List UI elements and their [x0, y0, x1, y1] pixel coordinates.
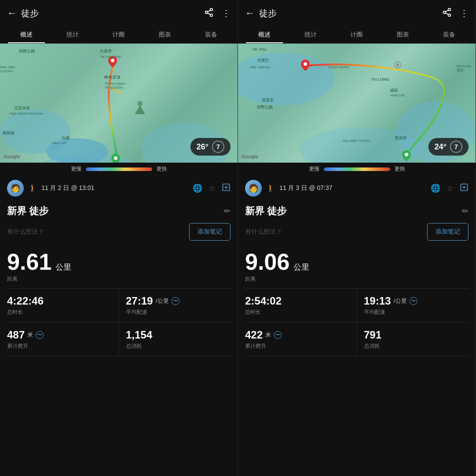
right-elevation-unit: 米	[265, 331, 271, 339]
right-map-pak-tam-au-cn: 北潭巴	[257, 58, 269, 63]
left-calories-value: 1,154	[126, 329, 152, 341]
left-panel: ← 徒步 ⋮ 概述 统计 计圈 图表 装备	[0, 0, 238, 476]
left-speed-slower: 更慢	[71, 165, 82, 173]
right-header: ← 徒步 ⋮	[238, 0, 476, 26]
right-stat-pace: 19:13 /公里 〜 平均配速	[357, 289, 469, 323]
right-activity-icon: 🚶	[266, 184, 275, 193]
map-label-bai-la: 白腊	[62, 135, 70, 141]
right-avatar: 🧑	[245, 180, 262, 197]
svg-line-20	[446, 13, 448, 15]
right-add-note-button[interactable]: 添加笔记	[427, 223, 469, 241]
left-stat-duration: 4:22:46 总时长	[7, 289, 119, 323]
right-share-icon[interactable]	[442, 7, 452, 19]
svg-point-2	[210, 14, 213, 16]
left-distance-label: 距离	[7, 275, 231, 283]
left-star-icon[interactable]: ☆	[208, 183, 216, 193]
right-map-xian-tian: 咸田	[390, 88, 398, 93]
svg-point-19	[448, 14, 451, 16]
right-tabs: 概述 统计 计圈 图表 装备	[238, 26, 476, 44]
right-speed-faster: 更快	[394, 165, 405, 173]
svg-point-26	[304, 62, 307, 66]
left-distance-value: 9.61	[7, 249, 52, 275]
svg-point-17	[448, 8, 451, 11]
right-back-button[interactable]: ←	[245, 7, 255, 19]
right-distance-unit: 公里	[294, 263, 309, 271]
left-pace-label: 平均配速	[126, 309, 231, 316]
right-edit-icon[interactable]: ✏	[462, 206, 469, 216]
right-tab-laps[interactable]: 计圈	[334, 26, 380, 43]
left-tab-laps[interactable]: 计圈	[96, 26, 142, 43]
left-header: ← 徒步 ⋮	[0, 0, 238, 26]
left-temp-degree: 26°	[197, 142, 208, 152]
map-label-reservoir-eng: High Island Reservoir	[10, 112, 43, 115]
left-note-row: 有什么想法？ 添加笔记	[0, 219, 238, 244]
left-share-icon[interactable]	[204, 7, 214, 19]
right-calories-label: 总消耗	[364, 342, 469, 350]
right-tab-gear[interactable]: 装备	[426, 26, 472, 43]
right-meta-date: 11 月 3 日 @ 07:37	[279, 184, 426, 192]
right-header-icons: ⋮	[442, 7, 469, 19]
right-note-placeholder: 有什么想法？	[245, 228, 423, 236]
left-pace-wave-icon[interactable]: 〜	[171, 297, 179, 305]
left-stats-grid: 4:22:46 总时长 27:19 /公里 〜 平均配速 487 米 〜	[7, 288, 231, 357]
right-tab-stats[interactable]: 统计	[288, 26, 334, 43]
left-more-icon[interactable]: ⋮	[222, 8, 231, 19]
right-map-ham-tin: HAM TIN	[390, 93, 405, 97]
right-elevation-label: 累计爬升	[245, 342, 350, 350]
left-title: 徒步	[21, 7, 204, 19]
svg-point-1	[205, 11, 208, 14]
map-label-reservoir-cn: 万宜水库	[14, 105, 30, 111]
left-speed-bar	[86, 167, 152, 171]
right-tab-overview[interactable]: 概述	[242, 26, 288, 43]
left-avatar: 🧑	[7, 180, 24, 197]
right-share-activity-icon[interactable]	[460, 183, 469, 194]
right-stats: 9.06 公里 距离 2:54:02 总时长 19:13 /公里 〜 平均配速	[238, 244, 476, 476]
right-meta-icons: 🌐 ☆	[431, 183, 469, 194]
left-header-icons: ⋮	[204, 7, 231, 19]
svg-point-11	[114, 156, 118, 160]
right-pace-wave-icon[interactable]: 〜	[409, 297, 417, 305]
left-temp-badge: 26° 7	[190, 138, 231, 156]
left-google-watermark: Google	[4, 154, 20, 159]
left-share-activity-icon[interactable]	[222, 183, 231, 194]
left-elevation-unit: 米	[27, 331, 33, 339]
right-title-row: 新界 徒步 ✏	[238, 201, 476, 219]
left-elevation-wave-icon[interactable]: 〜	[36, 331, 44, 339]
left-edit-icon[interactable]: ✏	[224, 206, 231, 216]
left-stat-pace: 27:19 /公里 〜 平均配速	[119, 289, 231, 323]
right-google-watermark: Google	[242, 154, 258, 159]
left-tab-stats[interactable]: 统计	[50, 26, 96, 43]
right-map-country-park: 郊野公园	[257, 104, 273, 110]
left-add-note-button[interactable]: 添加笔记	[189, 223, 231, 241]
left-speed-legend: 更慢 更快	[0, 163, 238, 175]
right-speed-legend: 更慢 更快	[238, 163, 476, 175]
right-elevation-wave-icon[interactable]: 〜	[274, 331, 282, 339]
left-back-button[interactable]: ←	[7, 7, 17, 19]
left-note-placeholder: 有什么想法？	[7, 228, 185, 236]
svg-point-0	[210, 8, 213, 11]
right-more-icon[interactable]: ⋮	[460, 8, 469, 19]
svg-point-10	[111, 59, 115, 62]
map-label-pak-lap: PAK LAP	[52, 141, 67, 145]
right-tab-charts[interactable]: 图表	[380, 26, 426, 43]
right-stat-elevation: 422 米 〜 累计爬升	[245, 323, 357, 357]
left-meta-row: 🧑 🚶 11 月 2 日 @ 13:01 🌐 ☆	[0, 175, 238, 201]
left-globe-icon[interactable]: 🌐	[193, 183, 202, 193]
left-map: 郊野公园 大浪湾Tai Long Wan PAK TAMCHUNG 睁鱼岩顶 T…	[0, 44, 238, 163]
right-map-sai-wan-tsuen: SAI WAN TSUEN	[342, 139, 370, 143]
right-star-icon[interactable]: ☆	[446, 183, 454, 193]
left-elevation-label: 累计爬升	[7, 342, 112, 350]
svg-point-29	[396, 63, 399, 66]
svg-line-21	[446, 10, 448, 11]
right-globe-icon[interactable]: 🌐	[431, 183, 440, 193]
right-distance-label: 距离	[245, 275, 469, 283]
left-tab-overview[interactable]: 概述	[4, 26, 50, 43]
right-stats-grid: 2:54:02 总时长 19:13 /公里 〜 平均配速 422 米 〜	[245, 288, 469, 357]
right-speed-bar	[324, 167, 390, 171]
map-label-tai-long-wan: 大浪湾Tai Long Wan	[100, 48, 121, 59]
right-distance: 9.06 公里 距离	[245, 249, 469, 283]
right-meta-row: 🧑 🚶 11 月 3 日 @ 07:37 🌐 ☆	[238, 175, 476, 201]
left-tab-charts[interactable]: 图表	[142, 26, 188, 43]
right-pace-unit: /公里	[394, 297, 407, 305]
left-tab-gear[interactable]: 装备	[188, 26, 234, 43]
